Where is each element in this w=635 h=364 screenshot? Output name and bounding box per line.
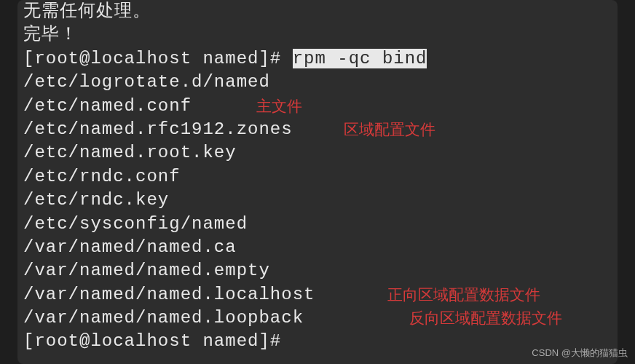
- shell-prompt: [root@localhost named]#: [23, 49, 293, 68]
- output-line: /etc/named.conf主文件: [23, 95, 612, 118]
- terminal-content[interactable]: 无需任何处理。 完毕！ [root@localhost named]# rpm …: [17, 0, 618, 360]
- prompt-line: [root@localhost named]#: [23, 330, 612, 353]
- output-line: /etc/rndc.conf: [23, 165, 612, 189]
- output-line: /etc/rndc.key: [23, 189, 612, 212]
- output-line: /etc/named.rfc1912.zones区域配置文件: [23, 118, 612, 141]
- output-line: 完毕！: [23, 23, 612, 47]
- annotation-zone-config: 区域配置文件: [344, 119, 435, 140]
- output-line: /etc/named.root.key: [23, 141, 612, 165]
- watermark: CSDN @大懒的猫猫虫: [532, 347, 628, 360]
- command-highlighted: rpm -qc bind: [293, 49, 427, 68]
- output-line: /etc/sysconfig/named: [23, 213, 612, 236]
- output-line: 无需任何处理。: [23, 0, 612, 23]
- annotation-main-file: 主文件: [256, 96, 302, 116]
- output-line: /etc/logrotate.d/named: [23, 71, 612, 94]
- output-line: /var/named/named.ca: [23, 236, 612, 259]
- output-line: /var/named/named.loopback反向区域配置数据文件: [23, 306, 612, 330]
- prompt-line: [root@localhost named]# rpm -qc bind: [23, 47, 612, 71]
- terminal-window: 无需任何处理。 完毕！ [root@localhost named]# rpm …: [17, 0, 618, 364]
- output-line: /var/named/named.localhost正向区域配置数据文件: [23, 283, 612, 306]
- output-line: /var/named/named.empty: [23, 259, 612, 282]
- annotation-reverse-zone: 反向区域配置数据文件: [409, 308, 562, 328]
- annotation-forward-zone: 正向区域配置数据文件: [387, 285, 540, 305]
